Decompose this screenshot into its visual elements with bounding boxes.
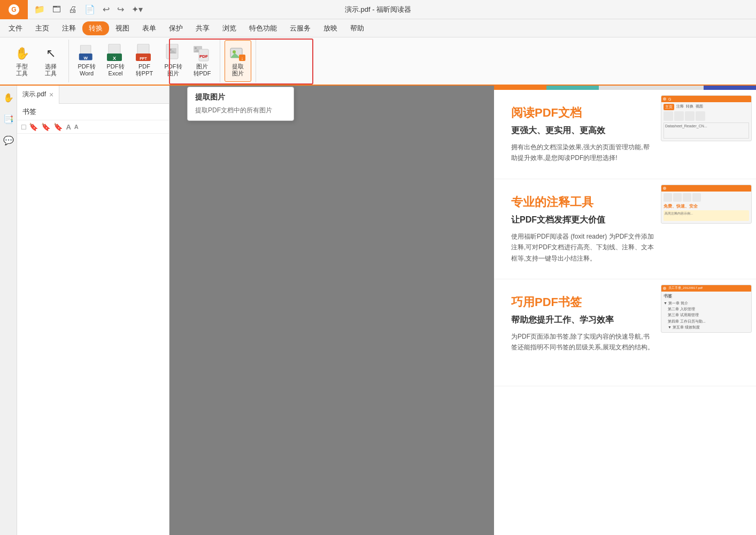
preview-thumb-annotate: 免费、快速、安全 高亮注释内容示例... [661, 185, 752, 224]
preview-subheading-bookmark: 帮助您提升工作、学习效率 [511, 315, 654, 326]
new-window-icon[interactable]: 🗔 [50, 4, 63, 16]
pdf-to-excel-button[interactable]: X PDF转Excel [102, 40, 129, 82]
thumb-anno-tool3 [683, 193, 691, 202]
color-bar-gray2 [651, 86, 704, 90]
bookmark-add-icon[interactable]: □ [21, 123, 26, 131]
thumb-menu-annotate: 注释 [676, 104, 684, 110]
thumb-bm-item2: 第二章 入职管理 [664, 306, 749, 312]
preview-heading-read: 阅读PDF文档 [511, 105, 654, 121]
menu-annotate[interactable]: 注释 [56, 21, 82, 35]
extract-image-button[interactable]: ↓ 提取图片 [225, 40, 251, 82]
svg-text:↓: ↓ [241, 56, 244, 61]
menu-view[interactable]: 视图 [109, 21, 136, 35]
color-bar-orange [494, 86, 546, 90]
pdf-to-excel-label: PDF转Excel [107, 63, 125, 77]
logo-button[interactable]: G [0, 0, 28, 19]
thumb-free-label: 免费、快速、安全 [664, 203, 749, 209]
bookmark-font-increase-icon[interactable]: A [66, 123, 71, 131]
hand-tool-button[interactable]: ✋ 手型工具 [9, 40, 35, 82]
thumb-menu-row: 主页 注释 转换 视图 [664, 104, 749, 110]
preview-subheading-read: 更强大、更实用、更高效 [511, 125, 654, 136]
menu-special[interactable]: 特色功能 [243, 21, 283, 35]
pdf-to-image-icon [165, 45, 182, 62]
menu-help[interactable]: 帮助 [344, 21, 371, 35]
menu-present[interactable]: 放映 [317, 21, 344, 35]
select-tool-icon: ↖ [42, 45, 59, 62]
thumb-dot1 [663, 97, 666, 101]
file-panel: 演示.pdf × 书签 □ 🔖 🔖 🔖 A A [17, 86, 169, 535]
extract-image-label: 提取图片 [232, 63, 244, 77]
menu-protect[interactable]: 保护 [163, 21, 189, 35]
bookmark-tag-icon1[interactable]: 🔖 [29, 123, 38, 131]
preview-thumb-read: G 主页 注释 转换 视图 Datasheet_Reader_CN.. [661, 95, 752, 141]
file-tab-close[interactable]: × [49, 90, 53, 99]
preview-heading-annotate: 专业的注释工具 [511, 194, 654, 210]
sidebar-comment-icon[interactable]: 💬 [1, 133, 16, 148]
thumb-anno-tools [664, 193, 749, 202]
file-tab-bar: 演示.pdf × [17, 86, 169, 104]
thumb-bm-item1: ▼ 第一章 简介 [664, 300, 749, 306]
menu-form[interactable]: 表单 [136, 21, 163, 35]
thumb-anno-tool4 [692, 193, 701, 202]
file-tab[interactable]: 演示.pdf × [17, 86, 59, 104]
preview-text-bookmark: 为PDF页面添加书签,除了实现内容的快速导航,书签还能指明不同书签的层级关系,展… [511, 331, 654, 353]
menu-share[interactable]: 共享 [189, 21, 216, 35]
bookmark-label: 书签 [17, 104, 169, 120]
svg-text:PDF: PDF [199, 54, 208, 59]
open-folder-icon[interactable]: 📁 [32, 3, 47, 16]
thumb-bm-items: ▼ 第一章 简介 第二章 入职管理 第三章 试用期管理 第四章 工作日历与勤..… [664, 300, 749, 330]
redo-icon[interactable]: ↪ [115, 3, 126, 16]
undo-icon[interactable]: ↩ [101, 3, 112, 16]
menu-convert[interactable]: 转换 [82, 21, 109, 35]
print-icon[interactable]: 🖨 [66, 4, 79, 16]
thumb-menu-item: 主页 [664, 104, 674, 110]
stamp-icon[interactable]: ✦▾ [129, 3, 145, 16]
tooltip-popup: 提取图片 提取PDF文档中的所有图片 [187, 87, 294, 121]
pdf-to-word-button[interactable]: W PDF转Word [73, 40, 100, 82]
new-tab-icon[interactable]: 📄 [82, 3, 97, 16]
thumb-tool4 [696, 111, 705, 121]
menu-home[interactable]: 主页 [29, 21, 56, 35]
document-content-area[interactable]: ◀ 阅读PDF文档 更强大、更实用、更高效 拥有出色的文档渲染效果,强大的页面管… [169, 86, 756, 535]
pdf-to-ppt-label: PDF转PPT [136, 63, 153, 77]
hand-tool-label: 手型工具 [16, 63, 28, 77]
bookmark-tag-icon2[interactable]: 🔖 [41, 123, 50, 131]
preview-text-read: 拥有出色的文档渲染效果,强大的页面管理功能,帮助提升效率,是您阅读PDF的理想选… [511, 142, 654, 164]
sidebar-hand-icon[interactable]: ✋ [1, 90, 16, 105]
thumb-bm-item3: 第三章 试用期管理 [664, 312, 749, 318]
menu-browse[interactable]: 浏览 [216, 21, 243, 35]
select-tool-button[interactable]: ↖ 选择工具 [37, 40, 64, 82]
image-to-pdf-button[interactable]: PDF 图片转PDF [189, 40, 215, 82]
preview-section-read: 阅读PDF文档 更强大、更实用、更高效 拥有出色的文档渲染效果,强大的页面管理功… [494, 90, 756, 179]
color-bar-gray1 [599, 86, 651, 90]
svg-text:X: X [113, 56, 116, 61]
bookmark-font-decrease-icon[interactable]: A [74, 124, 79, 130]
document-preview: 阅读PDF文档 更强大、更实用、更高效 拥有出色的文档渲染效果,强大的页面管理功… [494, 86, 756, 535]
thumb-anno-tool1 [664, 193, 672, 202]
tooltip-description: 提取PDF文档中的所有图片 [195, 105, 286, 115]
thumb-tool2 [674, 111, 684, 121]
ribbon-group-tools: ✋ 手型工具 ↖ 选择工具 [4, 40, 69, 82]
thumb-header-annotate [661, 185, 751, 192]
thumb-bm-item4: 第四章 工作日历与勤... [664, 318, 749, 324]
svg-point-16 [195, 47, 197, 49]
titlebar-tools: 📁 🗔 🖨 📄 ↩ ↪ ✦▾ [28, 3, 149, 16]
pdf-to-image-button[interactable]: PDF转图片 [160, 40, 187, 82]
thumb-bm-label: 书签 [664, 293, 749, 299]
menu-cloud[interactable]: 云服务 [283, 21, 317, 35]
pdf-to-excel-icon: X [107, 45, 124, 62]
bookmark-tag-icon3[interactable]: 🔖 [53, 123, 63, 131]
preview-text-annotate: 使用福昕PDF阅读器 (foxit reader) 为PDF文件添加注释,可对P… [511, 231, 654, 264]
tooltip-title: 提取图片 [195, 93, 286, 102]
preview-thumb-bookmark: 员工手册_20120917.pdf 书签 ▼ 第一章 简介 第二章 入职管理 第… [661, 285, 752, 333]
color-bar-blue [704, 86, 756, 90]
thumb-bm-file-label: 员工手册_20120917.pdf [668, 286, 703, 291]
thumb-tool1 [664, 111, 673, 121]
pdf-to-ppt-button[interactable]: PPT PDF转PPT [131, 40, 158, 82]
ribbon-group-convert: W PDF转Word X PDF转Excel PPT [69, 40, 220, 82]
svg-point-13 [169, 49, 172, 51]
menu-file[interactable]: 文件 [2, 21, 29, 35]
main-area: ✋ 📑 💬 演示.pdf × 书签 □ 🔖 🔖 🔖 A A ◀ [0, 86, 756, 535]
thumb-header-bookmark: 员工手册_20120917.pdf [661, 285, 751, 292]
sidebar-bookmark-icon[interactable]: 📑 [1, 111, 16, 126]
